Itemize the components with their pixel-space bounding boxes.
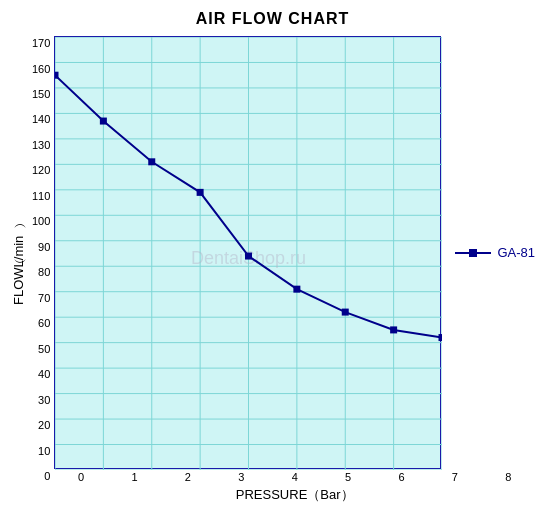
y-tick-label: 150 — [32, 89, 50, 100]
svg-rect-32 — [245, 253, 252, 260]
y-tick-label: 100 — [32, 216, 50, 227]
chart-plot: DentaiShop.ru — [54, 36, 441, 469]
legend: GA-81 — [441, 36, 535, 469]
y-tick-label: 110 — [32, 191, 50, 202]
y-tick-label: 160 — [32, 64, 50, 75]
legend-item: GA-81 — [455, 245, 535, 260]
y-tick-label: 140 — [32, 114, 50, 125]
y-tick-label: 40 — [38, 369, 50, 380]
svg-rect-29 — [100, 118, 107, 125]
svg-rect-34 — [342, 309, 349, 316]
legend-line-svg — [455, 246, 491, 260]
svg-rect-33 — [294, 286, 301, 293]
y-tick-label: 130 — [32, 140, 50, 151]
x-tick-label: 5 — [321, 471, 374, 483]
grid-svg: DentaiShop.ru — [55, 37, 442, 470]
svg-rect-31 — [197, 189, 204, 196]
chart-area-container: DentaiShop.ru GA-81 012345678 PRESSURE（B… — [54, 36, 535, 504]
x-tick-label: 7 — [428, 471, 481, 483]
chart-body: FLOW（L/min） 0102030405060708090100110120… — [10, 36, 535, 504]
y-tick-label: 60 — [38, 318, 50, 329]
chart-title: AIR FLOW CHART — [196, 10, 350, 28]
y-tick-label: 20 — [38, 420, 50, 431]
x-ticks: 012345678 — [54, 471, 535, 483]
svg-rect-28 — [55, 72, 59, 79]
y-tick-label: 50 — [38, 344, 50, 355]
y-ticks: 0102030405060708090100110120130140150160… — [32, 36, 54, 504]
y-tick-label: 30 — [38, 395, 50, 406]
y-tick-label: 90 — [38, 242, 50, 253]
x-tick-label: 0 — [54, 471, 107, 483]
x-tick-label: 3 — [215, 471, 268, 483]
x-tick-label: 6 — [375, 471, 428, 483]
x-tick-label: 1 — [108, 471, 161, 483]
x-tick-label: 8 — [482, 471, 535, 483]
legend-label: GA-81 — [497, 245, 535, 260]
y-tick-label: 120 — [32, 165, 50, 176]
chart-plot-and-legend: DentaiShop.ru GA-81 — [54, 36, 535, 469]
svg-rect-35 — [390, 326, 397, 333]
y-axis-label: FLOW（L/min） — [10, 36, 28, 504]
y-tick-label: 70 — [38, 293, 50, 304]
y-tick-label: 10 — [38, 446, 50, 457]
svg-rect-38 — [469, 249, 477, 257]
x-axis-label: PRESSURE（Bar） — [54, 486, 535, 504]
y-tick-label: 0 — [44, 471, 50, 482]
x-tick-label: 4 — [268, 471, 321, 483]
y-tick-label: 80 — [38, 267, 50, 278]
x-tick-label: 2 — [161, 471, 214, 483]
svg-rect-36 — [439, 334, 443, 341]
svg-rect-30 — [149, 158, 156, 165]
y-tick-label: 170 — [32, 38, 50, 49]
chart-container: AIR FLOW CHART FLOW（L/min） 0102030405060… — [0, 0, 545, 514]
